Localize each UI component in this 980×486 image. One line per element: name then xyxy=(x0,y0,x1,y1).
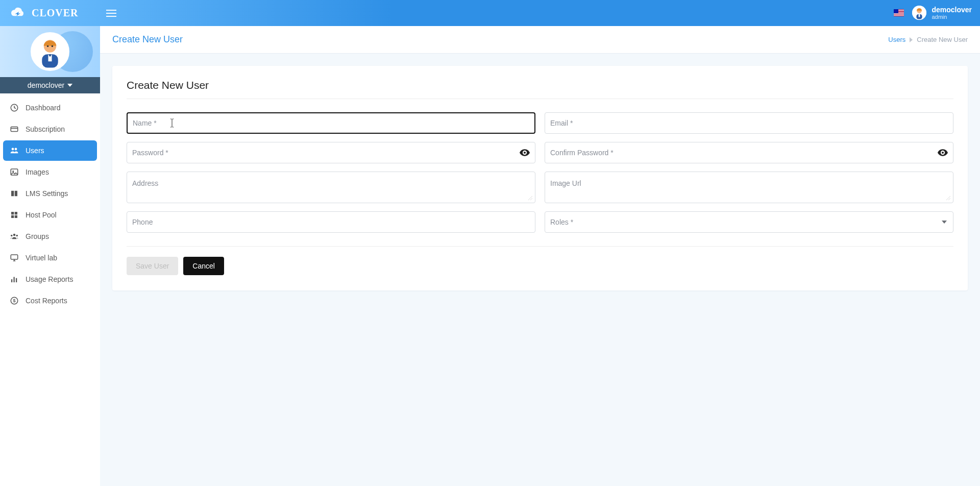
text-cursor-icon xyxy=(169,118,175,128)
svg-point-15 xyxy=(12,171,14,172)
header-userrole: admin xyxy=(932,14,972,20)
resize-handle-icon[interactable] xyxy=(528,196,533,201)
save-button: Save User xyxy=(127,257,178,275)
sidebar-item-hostpool[interactable]: Host Pool xyxy=(3,205,97,225)
name-label: Name * xyxy=(133,119,157,127)
password-label: Password * xyxy=(132,149,168,157)
svg-rect-26 xyxy=(16,278,17,282)
cancel-button[interactable]: Cancel xyxy=(183,257,224,275)
sidebar-user-label: democlover xyxy=(28,81,64,89)
imageurl-label: Image Url xyxy=(550,179,581,187)
svg-text:$: $ xyxy=(13,298,15,303)
sidebar-user-dropdown[interactable]: democlover xyxy=(0,77,100,93)
logo: CLOVER xyxy=(8,6,100,20)
avatar-icon xyxy=(912,6,926,20)
sidebar-item-label: Images xyxy=(26,168,49,176)
svg-point-7 xyxy=(52,45,54,47)
address-field[interactable]: Address xyxy=(127,172,535,203)
sidebar-item-label: Host Pool xyxy=(26,211,57,219)
sidebar-item-dashboard[interactable]: Dashboard xyxy=(3,98,97,118)
chevron-down-icon xyxy=(67,84,72,87)
sidebar-item-label: Dashboard xyxy=(26,104,61,112)
header-username: democlover xyxy=(932,6,972,14)
card-icon xyxy=(9,125,19,134)
monitor-icon xyxy=(9,253,19,262)
dollar-icon: $ xyxy=(9,296,19,305)
sidebar-item-usagereports[interactable]: Usage Reports xyxy=(3,269,97,289)
dropdown-arrow-icon xyxy=(942,221,947,224)
locale-flag-icon[interactable] xyxy=(894,9,904,16)
sidebar-item-virtuellab[interactable]: Virtuel lab xyxy=(3,248,97,268)
phone-label: Phone xyxy=(132,218,153,226)
image-icon xyxy=(9,167,19,177)
svg-rect-11 xyxy=(11,127,18,132)
roles-label: Roles * xyxy=(550,218,573,226)
users-icon xyxy=(9,146,19,155)
svg-rect-24 xyxy=(11,279,12,282)
name-field[interactable]: Name * xyxy=(127,112,535,134)
confirm-password-label: Confirm Password * xyxy=(550,149,614,157)
logo-icon xyxy=(8,6,27,20)
sidebar-item-label: Usage Reports xyxy=(26,275,73,283)
app-header: CLOVER democlover admin xyxy=(0,0,980,26)
page-title: Create New User xyxy=(112,34,183,45)
svg-point-21 xyxy=(11,235,13,237)
svg-point-20 xyxy=(13,234,16,236)
svg-rect-25 xyxy=(14,277,15,283)
svg-point-30 xyxy=(942,152,944,154)
breadcrumb-root[interactable]: Users xyxy=(888,36,905,43)
sidebar-item-label: Subscription xyxy=(26,125,65,133)
sidebar-item-label: Groups xyxy=(26,232,49,240)
sidebar-item-groups[interactable]: Groups xyxy=(3,226,97,247)
sidebar-item-label: Users xyxy=(26,147,44,155)
chevron-right-icon xyxy=(910,37,913,42)
sidebar-item-users[interactable]: Users xyxy=(3,140,97,161)
divider xyxy=(127,99,953,99)
groups-icon xyxy=(9,232,19,241)
roles-field[interactable]: Roles * xyxy=(545,211,953,233)
email-field[interactable]: Email * xyxy=(545,112,953,134)
email-label: Email * xyxy=(550,119,573,127)
eye-icon[interactable] xyxy=(938,149,948,156)
sidebar-item-subscription[interactable]: Subscription xyxy=(3,119,97,139)
sidebar-item-lms[interactable]: LMS Settings xyxy=(3,183,97,204)
svg-point-22 xyxy=(16,235,18,237)
resize-handle-icon[interactable] xyxy=(946,196,951,201)
svg-rect-3 xyxy=(919,14,920,17)
header-user[interactable]: democlover admin xyxy=(912,6,972,20)
sidebar-item-label: Virtuel lab xyxy=(26,254,57,262)
svg-point-6 xyxy=(47,45,49,47)
address-label: Address xyxy=(132,179,158,187)
grid-icon xyxy=(9,210,19,220)
imageurl-field[interactable]: Image Url xyxy=(545,172,953,203)
app-name: CLOVER xyxy=(32,7,79,19)
menu-toggle-icon[interactable] xyxy=(106,10,116,17)
form-card: Create New User Name * Email * Password … xyxy=(112,66,968,290)
eye-icon[interactable] xyxy=(520,149,530,156)
svg-rect-16 xyxy=(11,212,14,214)
svg-rect-19 xyxy=(15,215,17,218)
sidebar-nav: Dashboard Subscription Users Images LMS … xyxy=(0,93,100,315)
breadcrumb: Users Create New User xyxy=(888,36,968,43)
sidebar-item-label: Cost Reports xyxy=(26,297,67,305)
bar-chart-icon xyxy=(9,275,19,284)
password-field[interactable]: Password * xyxy=(127,142,535,163)
sidebar-item-images[interactable]: Images xyxy=(3,162,97,182)
sidebar-item-costreports[interactable]: $ Cost Reports xyxy=(3,290,97,311)
clock-icon xyxy=(9,103,19,112)
svg-point-13 xyxy=(15,148,17,151)
form-heading: Create New User xyxy=(127,79,953,91)
sidebar: democlover Dashboard Subscription Users … xyxy=(0,26,100,486)
phone-field[interactable]: Phone xyxy=(127,211,535,233)
svg-rect-23 xyxy=(11,255,18,259)
avatar-large-icon xyxy=(31,32,69,71)
confirm-password-field[interactable]: Confirm Password * xyxy=(545,142,953,163)
svg-point-29 xyxy=(524,152,526,154)
book-icon xyxy=(9,189,19,198)
breadcrumb-leaf: Create New User xyxy=(917,36,968,43)
main-content: Create New User Users Create New User Cr… xyxy=(100,26,980,486)
page-header: Create New User Users Create New User xyxy=(100,26,980,54)
sidebar-profile xyxy=(0,26,100,77)
svg-point-12 xyxy=(12,148,14,151)
svg-rect-18 xyxy=(11,215,14,218)
